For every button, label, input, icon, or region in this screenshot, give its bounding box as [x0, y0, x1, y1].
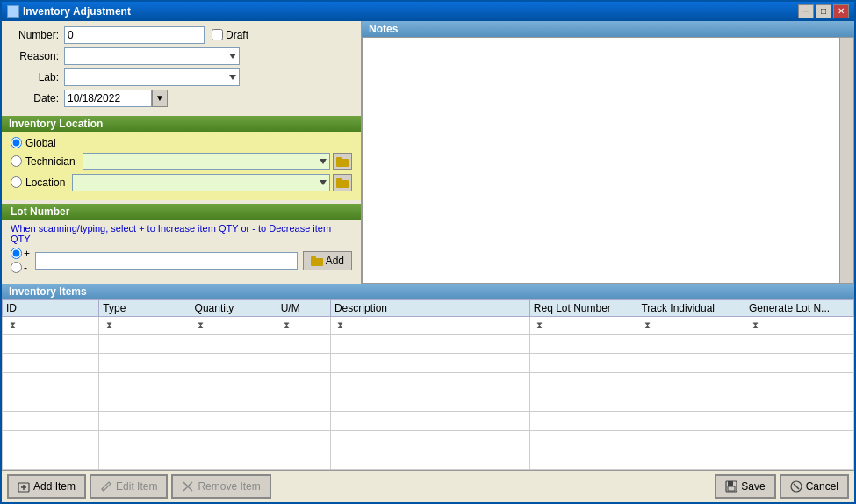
add-btn-label: Add: [326, 255, 344, 267]
minus-radio[interactable]: [11, 262, 22, 273]
table-row: [3, 335, 854, 354]
table-row: [3, 373, 854, 392]
minus-label: -: [24, 262, 27, 274]
col-gen-lot: Generate Lot N...: [745, 300, 854, 317]
table-container: ID Type Quantity U/M Description Req Lot…: [2, 299, 854, 470]
filter-id-icon[interactable]: ⧗: [6, 320, 18, 332]
filter-um-icon[interactable]: ⧗: [281, 320, 293, 332]
global-row: Global: [11, 137, 352, 149]
table-row: [3, 412, 854, 431]
plus-radio[interactable]: [11, 248, 22, 259]
minus-radio-item: -: [11, 262, 30, 274]
filter-quantity-icon[interactable]: ⧗: [195, 320, 207, 332]
maximize-button[interactable]: □: [816, 4, 831, 18]
notes-panel: Notes: [362, 21, 854, 284]
inventory-location-section: Inventory Location Global Technician: [2, 116, 361, 200]
folder-icon: [336, 177, 349, 188]
table-row: [3, 450, 854, 470]
filter-type-icon[interactable]: ⧗: [103, 320, 115, 332]
table-row: [3, 392, 854, 412]
add-item-button[interactable]: Add Item: [7, 474, 86, 499]
inventory-location-body: Global Technician: [2, 132, 361, 200]
notes-scrollbar[interactable]: [839, 38, 853, 283]
number-input[interactable]: [64, 26, 205, 44]
draft-label: Draft: [226, 29, 248, 41]
notes-content: [362, 37, 854, 284]
technician-input-group: [83, 153, 352, 170]
col-req-lot: Req Lot Number: [529, 300, 637, 317]
filter-gen-lot-icon[interactable]: ⧗: [749, 320, 761, 332]
filter-description-icon[interactable]: ⧗: [334, 320, 347, 332]
technician-select[interactable]: [83, 153, 330, 170]
col-quantity: Quantity: [191, 300, 277, 317]
date-picker-button[interactable]: ▼: [152, 90, 168, 107]
filter-row: ⧗ ⧗ ⧗ ⧗ ⧗ ⧗ ⧗ ⧗: [3, 317, 854, 335]
edit-item-button[interactable]: Edit Item: [90, 474, 168, 499]
cancel-icon: [790, 480, 802, 493]
lot-number-section: Lot Number When scanning/typing, select …: [2, 200, 361, 277]
notes-header: Notes: [362, 21, 854, 37]
edit-item-icon: [100, 480, 112, 493]
save-icon: [725, 480, 737, 493]
inventory-table: ID Type Quantity U/M Description Req Lot…: [2, 299, 854, 470]
left-panel: Number: Draft Reason: Lab:: [2, 21, 362, 284]
reason-row: Reason:: [11, 47, 352, 65]
add-lot-button[interactable]: Add: [303, 251, 352, 270]
global-radio[interactable]: [11, 137, 22, 148]
technician-row: Technician: [11, 153, 352, 170]
filter-gen-lot: ⧗: [745, 317, 854, 335]
right-btn-group: Save Cancel: [715, 474, 849, 499]
cancel-label: Cancel: [806, 480, 838, 493]
draft-checkbox[interactable]: [212, 29, 223, 40]
title-bar-left: Inventory Adjustment: [7, 5, 131, 18]
remove-item-button[interactable]: Remove Item: [171, 474, 270, 499]
global-label: Global: [25, 137, 56, 149]
location-select[interactable]: [72, 174, 330, 191]
lot-hint: When scanning/typing, select + to Increa…: [11, 223, 352, 244]
filter-quantity: ⧗: [191, 317, 277, 335]
main-window: Inventory Adjustment ─ □ ✕ Number: Draft: [0, 0, 856, 504]
lot-input-row: + - A: [11, 248, 352, 274]
lot-radios: + -: [11, 248, 30, 274]
filter-req-lot-icon[interactable]: ⧗: [534, 320, 546, 332]
folder-icon: [336, 156, 349, 167]
window-title: Inventory Adjustment: [23, 5, 131, 18]
location-radio[interactable]: [11, 176, 22, 188]
filter-description: ⧗: [330, 317, 529, 335]
cancel-button[interactable]: Cancel: [780, 474, 849, 499]
lab-label: Lab:: [11, 71, 59, 83]
add-item-icon: [18, 480, 30, 493]
top-area: Number: Draft Reason: Lab:: [2, 21, 854, 284]
col-id: ID: [3, 300, 99, 317]
filter-um: ⧗: [277, 317, 330, 335]
svg-line-10: [102, 489, 104, 491]
reason-label: Reason:: [11, 50, 59, 62]
minimize-button[interactable]: ─: [798, 4, 814, 18]
svg-marker-9: [102, 482, 111, 491]
remove-item-icon: [182, 480, 194, 493]
svg-rect-0: [336, 159, 349, 167]
title-bar: Inventory Adjustment ─ □ ✕: [2, 2, 854, 21]
lab-select[interactable]: [64, 68, 240, 86]
filter-track-icon[interactable]: ⧗: [641, 320, 653, 332]
technician-browse-button[interactable]: [333, 153, 352, 170]
location-label: Location: [25, 176, 65, 189]
svg-rect-5: [311, 256, 316, 259]
technician-radio[interactable]: [11, 155, 22, 167]
reason-select[interactable]: [64, 47, 240, 65]
filter-id: ⧗: [3, 317, 99, 335]
table-row: [3, 354, 854, 373]
location-browse-button[interactable]: [333, 174, 352, 191]
date-input[interactable]: [64, 90, 152, 107]
notes-textarea[interactable]: [363, 38, 839, 283]
lot-number-header: Lot Number: [2, 204, 361, 220]
filter-track: ⧗: [637, 317, 745, 335]
col-type: Type: [99, 300, 191, 317]
lot-input[interactable]: [35, 252, 298, 270]
window-icon: [7, 5, 19, 18]
col-description: Description: [330, 300, 529, 317]
save-button[interactable]: Save: [715, 474, 775, 499]
date-label: Date:: [11, 92, 59, 104]
close-button[interactable]: ✕: [833, 4, 849, 18]
title-buttons: ─ □ ✕: [798, 4, 849, 18]
